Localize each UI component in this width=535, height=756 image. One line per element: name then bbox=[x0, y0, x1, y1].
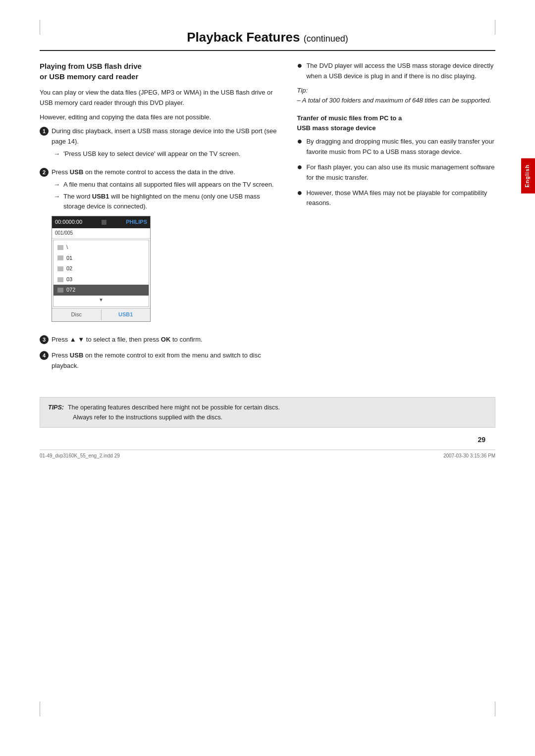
folder-072-label: 072 bbox=[66, 286, 75, 295]
step-1-arrow-1-text: 'Press USB key to select device' will ap… bbox=[63, 149, 240, 159]
page-title-continued: (continued) bbox=[304, 34, 348, 44]
bottom-border-left bbox=[40, 702, 40, 716]
transfer-bullet-3-text: However, those WMA files may not be play… bbox=[306, 188, 495, 209]
usb-time-left: 00:00 bbox=[55, 218, 69, 227]
top-border-left bbox=[40, 20, 40, 35]
arrow-symbol-2: → bbox=[54, 180, 60, 190]
content-columns: Playing from USB flash drive or USB memo… bbox=[40, 61, 495, 377]
step-3: 3 Press ▲ ▼ to select a file, then press… bbox=[40, 335, 282, 345]
transfer-bullet-2-text: For flash player, you can also use its m… bbox=[306, 162, 495, 183]
usb-scroll-arrow: ▼ bbox=[54, 296, 149, 304]
folder-01-label: 01 bbox=[66, 254, 72, 263]
usb-folder-02: 02 bbox=[54, 263, 149, 274]
step-1-text: During disc playback, insert a USB mass … bbox=[52, 127, 277, 145]
bottom-border-right bbox=[495, 702, 495, 716]
step-2-content: Press USB on the remote control to acces… bbox=[52, 167, 282, 329]
folder-icon-03 bbox=[57, 277, 63, 282]
arrow-symbol: → bbox=[54, 149, 60, 159]
folder-icon-01 bbox=[57, 255, 63, 260]
tips-bar-row-1: TIPS: The operating features described h… bbox=[48, 403, 487, 412]
music-icon-072 bbox=[57, 288, 63, 293]
philips-brand: PHILIPS bbox=[126, 218, 147, 227]
step-3-number: 3 bbox=[40, 335, 49, 344]
col-right: ● The DVD player will access the USB mas… bbox=[297, 61, 496, 377]
english-tab: English bbox=[521, 158, 535, 194]
footer-left: 01-49_dvp3160K_55_eng_2.indd 29 bbox=[40, 453, 120, 458]
usb-footer-usb1: USB1 bbox=[102, 309, 151, 320]
step-3-text: Press ▲ ▼ to select a file, then press O… bbox=[52, 336, 203, 343]
step-2-arrow-2: → The word USB1 will be highlighted on t… bbox=[52, 192, 282, 211]
step-4-text: Press USB on the remote control to exit … bbox=[52, 352, 261, 369]
stop-icon bbox=[102, 220, 107, 225]
section-heading: Playing from USB flash drive or USB memo… bbox=[40, 61, 282, 82]
usb-folder-up-row: \ bbox=[54, 242, 149, 253]
transfer-bullet-2: ● For flash player, you can also use its… bbox=[297, 162, 496, 183]
tip-box: Tip: – A total of 300 folders and maximu… bbox=[297, 87, 496, 106]
folder-03-label: 03 bbox=[66, 275, 72, 284]
intro-para2: However, editing and copying the data fi… bbox=[40, 112, 282, 123]
usb-time-right: 00:00 bbox=[69, 218, 83, 227]
page-number: 29 bbox=[40, 436, 495, 444]
transfer-bullet-1-text: By dragging and dropping music files, yo… bbox=[306, 137, 495, 157]
usb-menu-screenshot: 00:00 00:00 PHILIPS 001/005 bbox=[52, 216, 151, 321]
usb-track-info: 001/005 bbox=[52, 228, 150, 239]
bullet-dot-1: ● bbox=[297, 136, 303, 147]
tips-bar-row-2: Always refer to the instructions supplie… bbox=[48, 412, 487, 422]
step-2-number: 2 bbox=[40, 168, 49, 177]
step-4: 4 Press USB on the remote control to exi… bbox=[40, 351, 282, 371]
step-1-number: 1 bbox=[40, 127, 49, 136]
page-container: English Playback Features (continued) Pl… bbox=[0, 0, 535, 756]
transfer-heading: Tranfer of music files from PC to a USB … bbox=[297, 113, 496, 133]
footer-right: 2007-03-30 3:15:36 PM bbox=[443, 453, 495, 458]
usb-menu-footer: Disc USB1 bbox=[52, 308, 150, 321]
bullet-dot-2: ● bbox=[297, 162, 303, 173]
bullet-dot-3: ● bbox=[297, 188, 303, 199]
tips-bar: TIPS: The operating features described h… bbox=[40, 397, 495, 428]
step-2-arrow-2-text: The word USB1 will be highlighted on the… bbox=[63, 192, 282, 211]
dvd-bullet-text: The DVD player will access the USB mass … bbox=[306, 61, 495, 82]
step-2-arrow-1: → A file menu that contains all supporte… bbox=[52, 180, 282, 190]
tips-text-line2: Always refer to the instructions supplie… bbox=[73, 414, 222, 421]
usb-menu-body: \ 01 02 bbox=[53, 240, 149, 307]
usb-menu-header: 00:00 00:00 PHILIPS bbox=[52, 216, 150, 228]
usb-folder-03: 03 bbox=[54, 274, 149, 285]
step-4-number: 4 bbox=[40, 351, 49, 360]
footer-info: 01-49_dvp3160K_55_eng_2.indd 29 2007-03-… bbox=[40, 450, 495, 458]
step-1-content: During disc playback, insert a USB mass … bbox=[52, 126, 282, 161]
step-1-arrow-1: → 'Press USB key to select device' will … bbox=[52, 149, 282, 159]
step-2: 2 Press USB on the remote control to acc… bbox=[40, 167, 282, 329]
folder-up-label: \ bbox=[66, 243, 68, 252]
page-title-block: Playback Features (continued) bbox=[40, 30, 495, 51]
transfer-bullet-3: ● However, those WMA files may not be pl… bbox=[297, 188, 496, 209]
usb-footer-disc: Disc bbox=[52, 309, 102, 320]
folder-icon-02 bbox=[57, 266, 63, 271]
step-2-arrow-1-text: A file menu that contains all supported … bbox=[63, 180, 274, 190]
page-title-main: Playback Features bbox=[187, 30, 300, 45]
top-border-right bbox=[495, 20, 495, 35]
transfer-bullet-1: ● By dragging and dropping music files, … bbox=[297, 137, 496, 157]
col-left: Playing from USB flash drive or USB memo… bbox=[40, 61, 282, 377]
arrow-symbol-3: → bbox=[54, 192, 60, 211]
step-3-content: Press ▲ ▼ to select a file, then press O… bbox=[52, 335, 203, 345]
folder-icon-up bbox=[57, 245, 63, 250]
tips-text-line1: The operating features described here mi… bbox=[68, 403, 280, 412]
usb-folder-072: 072 bbox=[54, 285, 149, 296]
step-2-text: Press USB on the remote control to acces… bbox=[52, 168, 235, 176]
tip-label: Tip: bbox=[297, 87, 496, 94]
bullet-dot-dvd: ● bbox=[297, 60, 303, 71]
folder-02-label: 02 bbox=[66, 264, 72, 273]
usb-folder-01: 01 bbox=[54, 253, 149, 264]
step-1: 1 During disc playback, insert a USB mas… bbox=[40, 126, 282, 161]
intro-para1: You can play or view the data files (JPE… bbox=[40, 88, 282, 108]
tip-text: – A total of 300 folders and maximum of … bbox=[297, 96, 496, 106]
step-4-content: Press USB on the remote control to exit … bbox=[52, 351, 282, 371]
tips-label: TIPS: bbox=[48, 403, 64, 412]
dvd-bullet: ● The DVD player will access the USB mas… bbox=[297, 61, 496, 82]
